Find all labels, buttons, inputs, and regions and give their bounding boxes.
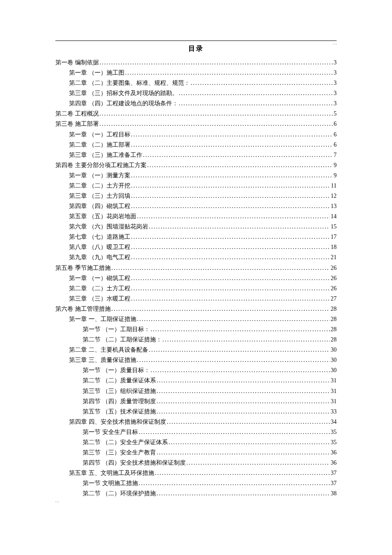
toc-entry: 第四节 （四）质量管理制度31 <box>55 396 337 407</box>
toc-entry: 第一节 安全生产目标35 <box>55 427 337 437</box>
table-of-contents: 第一卷 编制依据3第一章 （一）施工图 3第二章 （二）主要图集、标准、规程、规… <box>55 58 337 499</box>
toc-entry-page: 6 <box>334 119 337 129</box>
toc-entry: 第三节 （三）组织保证措施31 <box>55 386 337 396</box>
toc-entry-label: 第一节 安全生产目标 <box>83 427 138 437</box>
toc-leader-dots <box>157 448 330 458</box>
toc-entry: 第三章 （三）土方回填 12 <box>55 191 337 201</box>
toc-leader-dots <box>191 78 333 88</box>
toc-leader-dots <box>131 181 330 191</box>
toc-entry-page: 31 <box>331 396 337 407</box>
toc-entry-page: 21 <box>331 252 337 263</box>
toc-entry-label: 第五章 五、文明施工及环保措施 <box>69 468 154 478</box>
toc-entry-page: 28 <box>331 304 337 314</box>
toc-entry: 第一章 （一）施工图 3 <box>55 68 337 78</box>
toc-entry-page: 9 <box>334 160 337 171</box>
toc-entry: 第七章 （七）道路施工 17 <box>55 232 337 242</box>
toc-entry-page: 3 <box>334 58 337 68</box>
toc-entry: 第二卷 工程概况5 <box>55 109 337 119</box>
toc-entry-label: 第三章 （三）水暖工程 <box>69 294 130 304</box>
toc-entry-label: 第二节 （二）环境保护措施 <box>83 489 156 499</box>
toc-leader-dots <box>112 304 330 314</box>
toc-entry: 第六卷 施工管理措施28 <box>55 304 337 314</box>
toc-entry-label: 第三章 （三）土方回填 <box>69 191 130 201</box>
toc-entry: 第二章 （二）主要图集、标准、规程、规范：3 <box>55 78 337 88</box>
toc-leader-dots <box>149 222 330 232</box>
toc-entry-label: 第四章 四、安全技术措施和保证制度 <box>69 417 166 427</box>
toc-leader-dots <box>131 130 333 140</box>
toc-entry-label: 第三章 三、质量保证措施 <box>69 355 136 365</box>
toc-entry-label: 第一章 （一）测量方案 <box>69 171 130 181</box>
toc-entry-label: 第三卷 施工部署 <box>55 119 99 129</box>
toc-entry-page: 11 <box>331 181 337 191</box>
toc-entry-page: 3 <box>334 88 337 98</box>
toc-entry-page: 28 <box>331 324 337 335</box>
toc-entry-label: 第六章 （六）围墙湿贴花岗岩 <box>69 222 148 232</box>
toc-entry-page: 14 <box>331 211 337 222</box>
toc-entry-page: 35 <box>331 427 337 437</box>
toc-entry: 第二节 （二）环境保护措施38 <box>55 489 337 499</box>
toc-leader-dots <box>139 427 330 437</box>
toc-entry: 第三章 （三）施工准备工作 7 <box>55 150 337 160</box>
toc-leader-dots <box>137 355 330 365</box>
toc-entry-label: 第四节 （四）安全技术措施和保证制度 <box>83 458 186 468</box>
toc-entry-label: 第六卷 施工管理措施 <box>55 304 111 314</box>
toc-leader-dots <box>131 283 330 294</box>
toc-entry-page: 9 <box>334 171 337 181</box>
toc-entry: 第一节 （一）质量目标：30 <box>55 365 337 376</box>
toc-entry-label: 第三节 （三）安全生产教育 <box>83 448 156 458</box>
toc-leader-dots <box>131 140 333 150</box>
toc-entry-page: 36 <box>331 448 337 458</box>
toc-entry-page: 15 <box>331 222 337 232</box>
toc-leader-dots <box>167 417 330 427</box>
toc-leader-dots <box>131 232 330 242</box>
header-marker: . . <box>334 40 337 45</box>
toc-entry-label: 第三章 （三）施工准备工作 <box>69 150 142 160</box>
toc-entry: 第一节 （一）工期目标：28 <box>55 324 337 335</box>
toc-leader-dots <box>100 58 333 68</box>
toc-entry-label: 第一章 （一）砌筑工程 <box>69 273 130 283</box>
toc-entry-page: 30 <box>331 365 337 376</box>
toc-entry-page: 36 <box>331 458 337 468</box>
toc-entry-label: 第一章 （一）工程目标 <box>69 130 130 140</box>
toc-entry: 第二章 （二）土方开挖 11 <box>55 181 337 191</box>
toc-entry-label: 第七章 （七）道路施工 <box>69 232 130 242</box>
toc-entry-label: 第四章 （四）砌筑工程 <box>69 201 130 211</box>
toc-entry: 第二章 （二）施工部署 6 <box>55 140 337 150</box>
toc-entry-page: 35 <box>331 437 337 448</box>
toc-entry-label: 第一节 文明施工措施 <box>83 478 138 489</box>
toc-entry-label: 第一卷 编制依据 <box>55 58 99 68</box>
toc-leader-dots <box>139 478 330 489</box>
toc-leader-dots <box>131 273 330 283</box>
toc-leader-dots <box>147 160 333 171</box>
toc-entry-label: 第一节 （一）质量目标： <box>83 365 150 376</box>
toc-entry: 第四章 （四）砌筑工程 13 <box>55 201 337 211</box>
toc-leader-dots <box>125 68 333 78</box>
toc-entry-label: 第四节 （四）质量管理制度 <box>83 396 156 407</box>
toc-leader-dots <box>151 324 330 335</box>
toc-entry-label: 第二章 （二）主要图集、标准、规程、规范： <box>69 78 190 88</box>
toc-entry-page: 26 <box>331 273 337 283</box>
toc-entry: 第二节 （二）质量保证体系31 <box>55 376 337 386</box>
toc-entry: 第一节 文明施工措施37 <box>55 478 337 489</box>
toc-entry-label: 第八章 （八）暖卫工程 <box>69 242 130 252</box>
toc-title: 目录 <box>55 44 337 53</box>
toc-entry-page: 3 <box>334 98 337 109</box>
toc-entry: 第二章 （二）土方工程 26 <box>55 283 337 294</box>
toc-entry-label: 第二节 （二）工期保证措施： <box>83 335 162 345</box>
toc-entry-page: 18 <box>331 242 337 252</box>
toc-entry-label: 第一章 一、工期保证措施 <box>69 314 136 324</box>
toc-leader-dots <box>163 335 330 345</box>
toc-entry-page: 13 <box>331 201 337 211</box>
toc-entry-label: 第二章 （二）土方工程 <box>69 283 130 294</box>
toc-entry: 第二章 二、主要机具设备配备 30 <box>55 345 337 355</box>
toc-leader-dots <box>100 109 333 119</box>
toc-entry: 第一章 一、工期保证措施 28 <box>55 314 337 324</box>
toc-leader-dots <box>149 345 330 355</box>
toc-leader-dots <box>137 211 330 222</box>
toc-entry: 第三章 （三）水暖工程 27 <box>55 294 337 304</box>
toc-entry: 第六章 （六）围墙湿贴花岗岩 15 <box>55 222 337 232</box>
toc-leader-dots <box>143 150 333 160</box>
toc-entry-page: 6 <box>334 130 337 140</box>
toc-entry-label: 第九章 （九）电气工程 <box>69 252 130 263</box>
toc-entry-page: 6 <box>334 140 337 150</box>
